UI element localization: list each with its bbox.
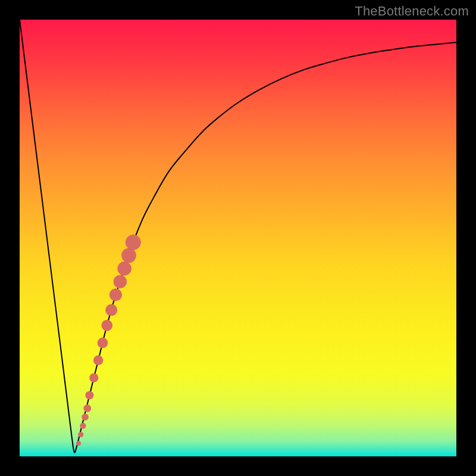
highlight-marker (80, 422, 86, 428)
curve-svg (20, 20, 456, 456)
highlight-marker (82, 414, 89, 421)
highlight-marker (126, 234, 141, 250)
highlight-marker (109, 289, 122, 301)
highlight-marker (89, 373, 98, 382)
highlight-markers (76, 234, 141, 446)
watermark-text: TheBottleneck.com (355, 4, 469, 19)
highlight-marker (78, 432, 83, 437)
highlight-marker (93, 355, 103, 365)
plot-area (20, 20, 456, 456)
curve-path (20, 20, 456, 453)
highlight-marker (114, 275, 127, 288)
highlight-marker (98, 337, 108, 348)
highlight-marker (76, 441, 81, 446)
highlight-marker (83, 405, 91, 412)
highlight-marker (85, 391, 93, 399)
bottleneck-curve (20, 20, 456, 453)
highlight-marker (121, 248, 136, 263)
chart-frame: TheBottleneck.com (0, 0, 476, 476)
highlight-marker (101, 320, 112, 331)
highlight-marker (105, 304, 117, 316)
highlight-marker (117, 262, 131, 276)
